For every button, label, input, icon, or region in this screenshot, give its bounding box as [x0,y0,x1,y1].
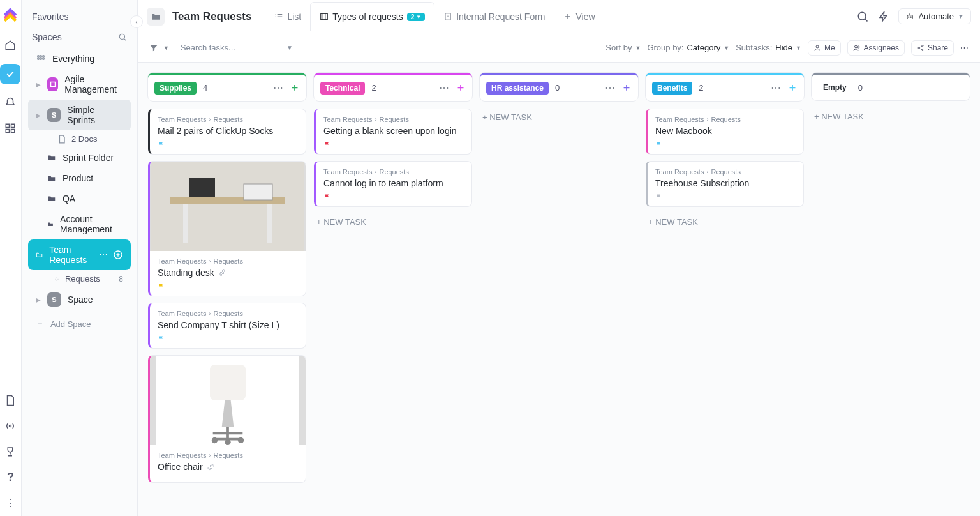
trophy-icon[interactable] [3,444,17,459]
doc-icon [57,135,66,144]
sidebar-folder[interactable]: Sprint Folder [28,148,131,168]
folder-icon [47,220,54,229]
sidebar-docs[interactable]: 2 Docs [28,130,131,148]
bolt-icon[interactable] [878,11,889,22]
spaces-search-icon[interactable] [118,33,127,42]
notifications-icon[interactable] [3,96,17,110]
tab-view[interactable]: ＋View [554,2,604,31]
folder-chip-icon[interactable] [147,8,165,26]
task-card[interactable]: Team Requests›RequestsTreehouse Subscrip… [646,161,804,207]
sidebar: Favorites Spaces Everything ▶ Agile Mana… [22,0,138,516]
svg-point-6 [38,56,40,57]
new-task-button[interactable]: + NEW TASK [314,213,472,231]
group-by-button[interactable]: Group by: Category ▼ [647,43,729,52]
svg-point-26 [922,49,923,50]
search-input[interactable]: Search tasks... ▼ [181,43,295,52]
add-card-icon[interactable]: ＋ [787,81,798,95]
add-space-button[interactable]: ＋ Add Space [28,312,131,336]
automate-button[interactable]: Automate ▼ [898,8,971,24]
chevron-down-icon[interactable]: ▼ [163,45,169,51]
column-name: Supplies [154,82,197,95]
task-card[interactable]: Team Requests›RequestsGetting a blank sc… [314,109,472,155]
sidebar-everything[interactable]: Everything [28,49,131,69]
chevron-right-icon: ▶ [36,81,41,88]
task-card[interactable]: Team Requests›RequestsOffice chair [148,355,306,483]
svg-rect-2 [6,130,10,133]
column-name: HR assistance [486,82,549,95]
svg-rect-1 [11,124,15,127]
task-card[interactable]: Team Requests›RequestsCannot log in to t… [314,161,472,207]
dot-circle-icon [54,276,60,282]
chevron-right-icon: ▶ [36,296,41,303]
requests-count: 8 [119,275,123,284]
tab-types-of-requests[interactable]: Types of requests2 ▼ [310,2,434,31]
card-breadcrumb: Team Requests›Requests [158,310,298,317]
spaces-label: Spaces [32,32,62,42]
column-name: Empty [818,81,852,94]
more-icon[interactable]: ⋯ [605,82,615,94]
collapse-sidebar-button[interactable]: ‹ [130,15,143,28]
sidebar-folder[interactable]: Product [28,168,131,188]
doc-icon[interactable] [3,393,17,407]
task-card[interactable]: Team Requests›RequestsSend Company T shi… [148,303,306,349]
apps-icon[interactable] [3,121,17,135]
search-icon[interactable] [856,10,869,23]
tab-list[interactable]: List [265,3,310,31]
new-task-button[interactable]: + NEW TASK [646,213,804,231]
me-button[interactable]: Me [808,40,841,56]
sort-by-button[interactable]: Sort by▼ [605,43,641,52]
card-title: Office chair [158,462,298,472]
card-title: New Macbook [655,126,796,136]
sidebar-folder[interactable]: Account Management [28,209,131,239]
plus-icon: ＋ [36,318,44,330]
column-count: 0 [555,83,560,93]
help-icon[interactable]: ? [3,470,17,484]
task-card[interactable]: Team Requests›RequestsNew Macbook [646,109,804,155]
tasks-icon[interactable] [0,64,20,84]
more-icon[interactable]: ⋯ [99,250,108,260]
assignees-button[interactable]: Assignees [847,40,905,56]
more-icon[interactable]: ⋯ [960,43,969,52]
svg-rect-3 [11,130,15,133]
card-breadcrumb: Team Requests›Requests [323,116,464,123]
flag-icon [158,141,165,149]
board-column: Technical2⋯＋Team Requests›RequestsGettin… [314,73,472,506]
share-button[interactable]: Share [911,40,954,56]
task-card[interactable]: Team Requests›RequestsStanding desk [148,161,306,296]
sidebar-simple-sprints[interactable]: ▶ S Simple Sprints [28,100,131,130]
app-logo[interactable] [2,6,19,23]
sidebar-folder[interactable]: QA [28,188,131,209]
add-card-icon[interactable]: ＋ [621,81,632,95]
filter-icon[interactable] [149,43,158,52]
grid-icon [36,54,46,64]
sidebar-agile[interactable]: ▶ Agile Management [28,69,131,100]
more-icon[interactable]: ⋯ [439,82,449,94]
home-icon[interactable] [3,38,17,52]
folder-icon [36,250,43,260]
more-icon[interactable]: ⋯ [273,82,283,94]
broadcast-icon[interactable] [3,419,17,433]
column-header: HR assistance0⋯＋ [480,73,638,101]
svg-point-8 [43,56,45,57]
board-column: Benefits2⋯＋Team Requests›RequestsNew Mac… [646,73,804,506]
add-card-icon[interactable]: ＋ [456,81,466,95]
new-task-button[interactable]: + NEW TASK [480,109,638,126]
sidebar-team-requests[interactable]: Team Requests ⋯ [28,239,131,270]
subtasks-button[interactable]: Subtasks: Hide ▼ [736,43,801,52]
folder-label: Product [63,173,93,183]
favorites-label[interactable]: Favorites [28,8,131,28]
sidebar-requests[interactable]: Requests 8 [28,270,131,287]
more-icon[interactable]: ⋯ [771,82,781,94]
new-task-button[interactable]: + NEW TASK [812,108,970,125]
card-title: Getting a blank screen upon login [323,126,464,136]
plus-circle-icon[interactable] [113,250,123,260]
task-card[interactable]: Team Requests›RequestsMail 2 pairs of Cl… [148,109,306,155]
add-card-icon[interactable]: ＋ [290,81,300,95]
svg-rect-34 [210,365,246,400]
sidebar-space[interactable]: ▶ S Space [28,287,131,312]
folder-label: Account Management [60,214,123,234]
tab-label: View [576,11,595,22]
more-vertical-icon[interactable]: ⋮ [3,496,17,510]
tab-internal-request-form[interactable]: Internal Request Form [434,3,554,31]
nav-rail: ? ⋮ [0,0,22,516]
